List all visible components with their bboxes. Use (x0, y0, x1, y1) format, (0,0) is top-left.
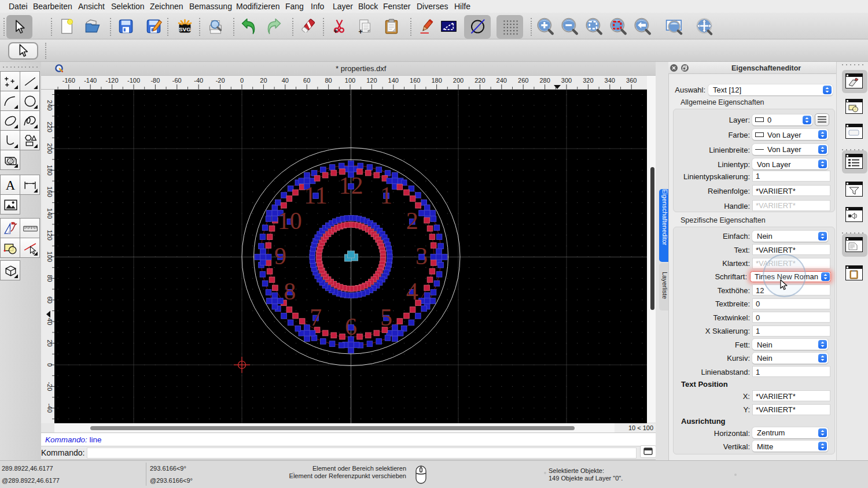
svg-text:-20: -20 (216, 77, 225, 84)
svg-text:200: 200 (46, 143, 53, 153)
svg-text:180: 180 (431, 77, 442, 84)
svg-text:-40: -40 (46, 403, 53, 412)
svg-text:7: 7 (310, 304, 322, 331)
svg-text:10: 10 (278, 208, 302, 234)
svg-text:9: 9 (274, 243, 286, 269)
svg-text:20: 20 (260, 77, 267, 84)
svg-text:5: 5 (380, 304, 392, 331)
svg-text:8: 8 (284, 278, 296, 305)
svg-text:0: 0 (46, 363, 53, 366)
svg-text:140: 140 (388, 77, 399, 84)
svg-text:80: 80 (325, 77, 332, 84)
svg-text:160: 160 (46, 186, 53, 197)
svg-text:1: 1 (380, 182, 392, 208)
svg-text:60: 60 (303, 77, 310, 84)
svg-text:360: 360 (626, 77, 637, 84)
svg-text:-160: -160 (62, 77, 75, 84)
svg-text:11: 11 (304, 182, 327, 208)
svg-text:100: 100 (345, 77, 355, 84)
svg-text:2: 2 (406, 208, 418, 234)
svg-text:0: 0 (240, 77, 244, 84)
svg-text:-140: -140 (84, 77, 97, 84)
svg-text:40: 40 (282, 77, 289, 84)
svg-text:100: 100 (46, 251, 53, 261)
svg-text:+: + (334, 27, 338, 35)
svg-text:A: A (6, 178, 16, 192)
svg-text:180: 180 (46, 165, 53, 175)
svg-text:-100: -100 (127, 77, 140, 84)
svg-text:160: 160 (410, 77, 420, 84)
svg-text:40: 40 (46, 318, 53, 325)
svg-text:-80: -80 (150, 77, 160, 84)
svg-text:200: 200 (453, 77, 464, 84)
svg-text:240: 240 (46, 100, 53, 110)
svg-text:-20: -20 (46, 382, 53, 391)
svg-text:220: 220 (46, 121, 53, 132)
svg-text:320: 320 (583, 77, 593, 84)
svg-text:-40: -40 (194, 77, 203, 84)
svg-text:260: 260 (518, 77, 528, 84)
svg-text:-60: -60 (172, 77, 182, 84)
svg-text:60: 60 (46, 296, 53, 303)
svg-text:120: 120 (366, 77, 377, 84)
svg-text:280: 280 (539, 77, 550, 84)
svg-text:140: 140 (46, 208, 53, 219)
svg-text:SVG: SVG (179, 26, 191, 32)
svg-text:20: 20 (46, 339, 53, 346)
svg-text:12: 12 (339, 172, 363, 199)
svg-text:-120: -120 (106, 77, 119, 84)
svg-text:300: 300 (561, 77, 572, 84)
svg-text:120: 120 (46, 230, 53, 240)
svg-text:80: 80 (46, 275, 53, 282)
svg-text:+: + (358, 28, 362, 35)
svg-text:240: 240 (496, 77, 507, 84)
svg-text:220: 220 (475, 77, 485, 84)
svg-text:340: 340 (605, 77, 615, 84)
svg-text:4: 4 (406, 278, 418, 305)
